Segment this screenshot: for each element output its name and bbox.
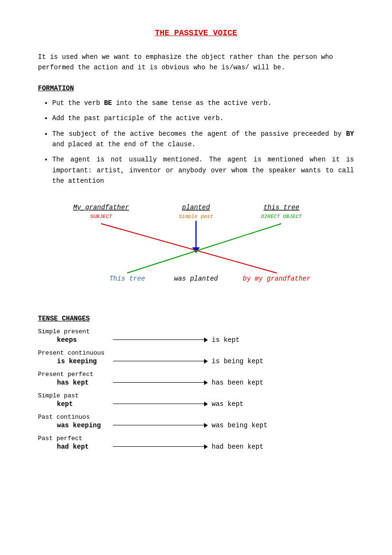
tense-row-1: is keepingis being kept <box>38 357 354 365</box>
tense-arrow-5 <box>113 444 208 449</box>
tense-changes-section: TENSE CHANGES Simple presentkeepsis kept… <box>38 315 354 451</box>
tense-row-0: keepsis kept <box>38 336 354 344</box>
tense-passive-0: is kept <box>212 336 240 344</box>
svg-text:was planted: was planted <box>174 275 218 282</box>
formation-list: Put the verb BE into the same tense as t… <box>38 98 354 187</box>
svg-text:this tree: this tree <box>263 204 299 211</box>
tense-group-1: Present continuousis keepingis being kep… <box>38 349 354 365</box>
tense-group-4: Past continuoswas keepingwas being kept <box>38 414 354 429</box>
tense-passive-1: is being kept <box>212 357 263 365</box>
tense-active-4: was keeping <box>57 422 109 429</box>
arrow-line-4 <box>113 425 204 425</box>
tense-row-2: has kepthas been kept <box>38 379 354 386</box>
bullet-3: The subject of the active becomes the ag… <box>52 129 354 150</box>
arrow-line-1 <box>113 361 204 361</box>
tense-passive-3: was kept <box>212 400 243 408</box>
arrow-line-3 <box>113 404 204 404</box>
tense-label-5: Past perfect <box>38 435 354 442</box>
bullet-2: Add the past participle of the active ve… <box>52 113 354 123</box>
tense-arrow-0 <box>113 338 208 342</box>
arrow-line-0 <box>113 339 204 340</box>
tense-group-0: Simple presentkeepsis kept <box>38 328 354 344</box>
arrow-head-4 <box>204 423 208 428</box>
svg-text:My grandfather: My grandfather <box>73 204 129 211</box>
tense-row-5: had kepthad been kept <box>38 443 354 451</box>
tense-groups: Simple presentkeepsis keptPresent contin… <box>38 328 354 451</box>
svg-text:SUBJECT: SUBJECT <box>90 214 113 219</box>
page-title: THE PASSIVE VOICE <box>38 28 354 38</box>
svg-text:planted: planted <box>182 204 210 211</box>
bullet-1: Put the verb BE into the same tense as t… <box>52 98 354 108</box>
tense-active-5: had kept <box>57 443 109 451</box>
tense-passive-2: has been kept <box>212 379 263 386</box>
bullet-4: The agent is not usually mentioned. The … <box>52 154 354 186</box>
tense-group-2: Present perfecthas kepthas been kept <box>38 371 354 386</box>
tense-group-3: Simple pastkeptwas kept <box>38 392 354 408</box>
tense-arrow-2 <box>113 380 208 385</box>
tense-active-3: kept <box>57 400 109 408</box>
tense-row-4: was keepingwas being kept <box>38 422 354 429</box>
tense-label-4: Past continuos <box>38 414 354 421</box>
tense-arrow-1 <box>113 359 208 364</box>
tense-changes-title: TENSE CHANGES <box>38 315 354 322</box>
tense-arrow-4 <box>113 423 208 428</box>
formation-title: FORMATION <box>38 85 354 92</box>
tense-label-0: Simple present <box>38 328 354 335</box>
arrow-head-5 <box>204 444 208 449</box>
arrow-line-5 <box>113 446 204 447</box>
arrow-head-1 <box>204 359 208 364</box>
svg-line-8 <box>101 224 277 273</box>
arrow-head-2 <box>204 380 208 385</box>
svg-line-9 <box>127 224 281 273</box>
tense-active-1: is keeping <box>57 357 109 365</box>
arrow-head-0 <box>204 338 208 342</box>
svg-text:This tree: This tree <box>109 275 145 282</box>
svg-text:Simple past: Simple past <box>179 214 214 219</box>
tense-label-3: Simple past <box>38 392 354 399</box>
tense-active-0: keeps <box>57 336 109 344</box>
tense-arrow-3 <box>113 402 208 406</box>
arrow-head-3 <box>204 402 208 406</box>
svg-text:DIRECT OBJECT: DIRECT OBJECT <box>261 214 302 219</box>
passive-voice-diagram: My grandfather SUBJECT planted Simple pa… <box>38 196 354 301</box>
svg-text:by my grandfather: by my grandfather <box>243 275 311 282</box>
arrow-line-2 <box>113 382 204 383</box>
intro-paragraph: It is used when we want to emphasize the… <box>38 52 354 73</box>
tense-passive-4: was being kept <box>212 422 268 429</box>
tense-label-2: Present perfect <box>38 371 354 378</box>
tense-label-1: Present continuous <box>38 349 354 357</box>
tense-group-5: Past perfecthad kepthad been kept <box>38 435 354 451</box>
tense-active-2: has kept <box>57 379 109 386</box>
tense-passive-5: had been kept <box>212 443 263 451</box>
tense-row-3: keptwas kept <box>38 400 354 408</box>
